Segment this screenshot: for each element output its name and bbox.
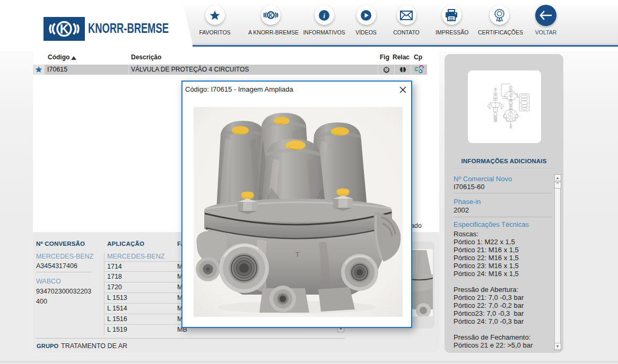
svg-text:i: i <box>323 12 325 20</box>
svg-text:T: T <box>295 251 300 259</box>
svg-text:K: K <box>60 22 69 36</box>
svg-text:KNORR-BREMSE: KNORR-BREMSE <box>88 21 169 36</box>
svg-text:K: K <box>269 12 273 19</box>
